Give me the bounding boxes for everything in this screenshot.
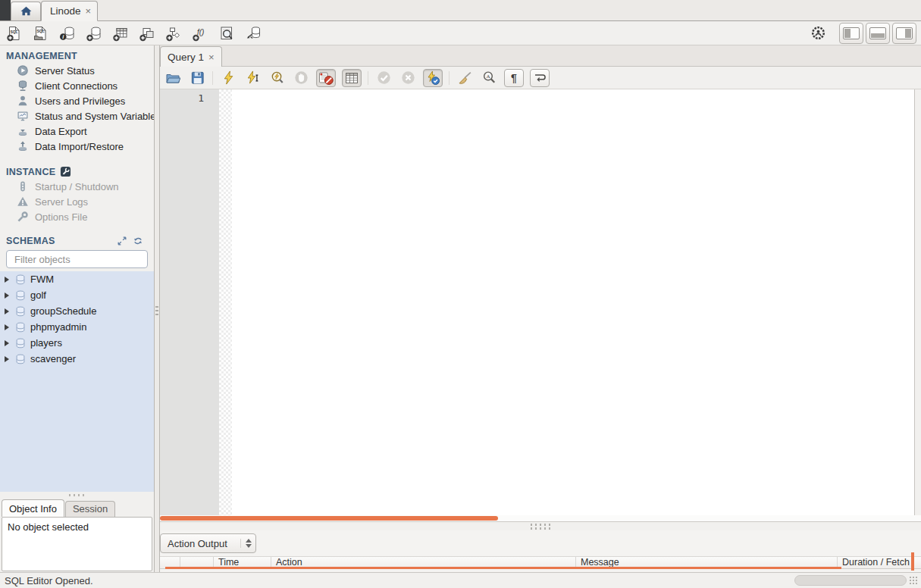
create-view-button[interactable] [137, 23, 157, 43]
sql-code-editor[interactable]: 1 [160, 89, 921, 515]
schema-item-phpmyadmin[interactable]: phpmyadmin [0, 319, 154, 335]
server-logs-icon [17, 195, 29, 208]
open-sql-script-button[interactable]: SQL [31, 23, 51, 43]
save-script-button[interactable] [188, 70, 206, 86]
query-tab[interactable]: Query 1 × [160, 46, 222, 67]
svg-text:SQL: SQL [10, 29, 17, 33]
create-schema-icon [86, 25, 102, 42]
toggle-word-wrap-button[interactable] [530, 69, 550, 87]
schema-icon [14, 321, 27, 333]
stop-execution-button[interactable] [292, 70, 310, 86]
toggle-left-panel-button[interactable] [839, 23, 863, 44]
status-scrollbar-thumb[interactable] [794, 575, 907, 586]
query-tabbar: Query 1 × [160, 45, 921, 67]
output-horizontal-scrollbar[interactable] [165, 567, 841, 569]
window-resize-grip-icon[interactable] [909, 576, 919, 586]
schema-item-players[interactable]: players [0, 335, 154, 351]
toggle-stop-on-error-button[interactable] [316, 69, 336, 87]
create-stored-procedure-button[interactable] [164, 23, 183, 43]
column-header-duration[interactable]: Duration / Fetch [838, 557, 913, 568]
open-file-button[interactable] [164, 70, 182, 86]
options-file-icon [17, 211, 29, 223]
schema-item-scavenger[interactable]: scavenger [0, 351, 154, 367]
create-table-icon [112, 25, 129, 42]
tab-session[interactable]: Session [65, 501, 115, 517]
expand-panel-icon[interactable] [117, 236, 127, 246]
beautify-script-button[interactable] [456, 70, 474, 86]
toggle-grid-output-button[interactable] [342, 69, 362, 87]
reconnect-dbms-button[interactable] [243, 23, 263, 43]
horizontal-scrollbar[interactable] [160, 516, 498, 521]
expander-icon[interactable] [5, 292, 9, 299]
connection-tab[interactable]: Linode × [41, 1, 98, 21]
output-view-selector[interactable]: Action Output [160, 533, 256, 553]
rollback-button[interactable] [399, 70, 417, 86]
editor-text-area[interactable] [232, 89, 914, 515]
open-sql-script-icon: SQL [33, 25, 49, 42]
toggle-right-panel-button[interactable] [892, 23, 916, 44]
create-function-button[interactable]: f() [190, 23, 210, 43]
expander-icon[interactable] [5, 324, 9, 330]
sql-editor-toolbar: A ¶ [160, 67, 921, 89]
sidebar-splitter-handle[interactable] [0, 492, 154, 499]
database-info-button[interactable]: i [58, 23, 77, 43]
commit-button[interactable] [374, 70, 393, 86]
sidebar-main-splitter[interactable] [154, 45, 160, 572]
create-table-button[interactable] [111, 23, 130, 43]
toolbar-separator [368, 71, 368, 85]
users-icon [17, 95, 29, 107]
find-and-replace-button[interactable]: A [480, 70, 498, 86]
result-grid-icon [344, 70, 359, 86]
status-message: SQL Editor Opened. [5, 575, 93, 586]
expander-icon[interactable] [5, 356, 9, 362]
svg-text:A: A [486, 74, 490, 80]
search-table-data-button[interactable] [217, 23, 237, 43]
editor-output-splitter[interactable] [160, 521, 921, 530]
schema-item-groupschedule[interactable]: groupSchedule [0, 303, 154, 319]
connection-tab-close-icon[interactable]: × [86, 6, 92, 16]
explain-plan-button[interactable] [268, 70, 286, 86]
toggle-invisible-characters-button[interactable]: ¶ [504, 69, 524, 87]
schema-list: FWM golf groupSchedule phpmyadmin [0, 271, 154, 492]
toggle-bottom-panel-button[interactable] [866, 23, 890, 44]
sidebar-item-startup-shutdown[interactable]: Startup / Shutdown [0, 179, 154, 194]
schema-item-fwm[interactable]: FWM [0, 271, 154, 287]
sidebar-item-users-and-privileges[interactable]: Users and Privileges [0, 93, 154, 108]
execute-all-button[interactable] [219, 70, 237, 86]
sidebar-item-data-export[interactable]: Data Export [0, 124, 154, 139]
expander-icon[interactable] [5, 340, 9, 346]
sidebar-item-server-status[interactable]: Server Status [0, 63, 154, 78]
line-number: 1 [198, 92, 204, 104]
expander-icon[interactable] [5, 277, 9, 283]
preferences-button[interactable] [808, 23, 828, 43]
query-tab-label: Query 1 [168, 52, 204, 63]
tab-object-info[interactable]: Object Info [2, 499, 64, 517]
connection-tab-label: Linode [50, 5, 81, 17]
sidebar-item-label: Startup / Shutdown [35, 181, 119, 192]
explain-magnifier-icon [270, 70, 284, 85]
sidebar-item-label: Users and Privileges [35, 95, 125, 107]
execute-current-statement-button[interactable] [243, 70, 262, 86]
editor-scroll-zone [160, 515, 921, 521]
sidebar-item-data-import[interactable]: Data Import/Restore [0, 139, 154, 154]
home-tab[interactable] [11, 2, 41, 20]
sidebar-item-client-connections[interactable]: Client Connections [0, 78, 154, 93]
sidebar-item-options-file[interactable]: Options File [0, 209, 154, 224]
selector-spinner-icon [240, 539, 252, 548]
create-schema-button[interactable] [84, 23, 104, 43]
sidebar-item-server-logs[interactable]: Server Logs [0, 194, 154, 209]
refresh-schemas-icon[interactable] [133, 236, 143, 246]
schema-name: FWM [30, 274, 54, 285]
toggle-autocommit-button[interactable] [423, 69, 443, 87]
sidebar-item-status-system-variables[interactable]: Status and System Variables [0, 108, 154, 124]
new-query-tab-button[interactable]: SQL [5, 23, 24, 43]
query-tab-close-icon[interactable]: × [208, 52, 215, 62]
tab-session-label: Session [73, 503, 108, 514]
schema-icon [14, 337, 27, 349]
filter-objects-input[interactable] [13, 253, 149, 266]
toggle-right-panel-icon [895, 27, 913, 40]
schema-item-golf[interactable]: golf [0, 287, 154, 303]
client-connections-icon [17, 80, 29, 92]
output-vertical-scrollbar[interactable] [911, 552, 914, 571]
expander-icon[interactable] [5, 308, 9, 314]
